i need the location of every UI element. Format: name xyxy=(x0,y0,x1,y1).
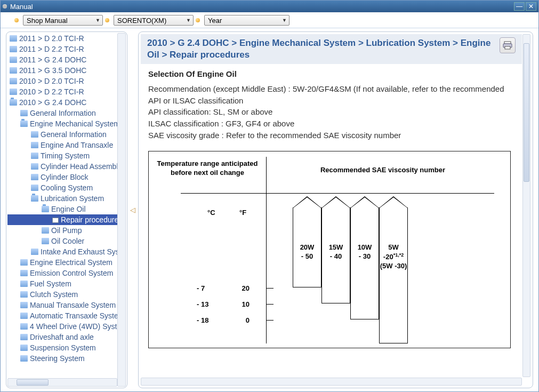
tree-item[interactable]: Oil Pump xyxy=(7,225,126,236)
content-pane: 2010 > G 2.4 DOHC > Engine Mechanical Sy… xyxy=(138,31,533,388)
document-icon xyxy=(52,218,59,223)
splitter[interactable]: ◁ xyxy=(127,31,138,388)
print-button[interactable] xyxy=(500,37,516,53)
tree-item[interactable]: Emission Control System xyxy=(7,268,126,278)
section-heading: Selection Of Engine Oil xyxy=(148,68,514,80)
tree-item[interactable]: 2011 > G 3.5 DOHC xyxy=(7,65,126,76)
tree-item[interactable]: Engine And Transaxle xyxy=(7,140,126,150)
tree-item[interactable]: Automatic Transaxle System xyxy=(7,310,126,321)
body-text: API classification: SL, SM or above xyxy=(148,106,514,118)
content-horizontal-scrollbar[interactable] xyxy=(141,378,522,386)
tree-item[interactable]: Cylinder Block xyxy=(7,172,126,182)
tree-horizontal-scrollbar[interactable] xyxy=(7,378,117,387)
breadcrumb-text: 2010 > G 2.4 DOHC > Engine Mechanical Sy… xyxy=(147,37,495,61)
tick-c: - 7 xyxy=(197,284,205,294)
bullet-icon xyxy=(196,18,200,22)
diagram-left-header: Temperature range anticipated before nex… xyxy=(154,159,261,178)
diagram-hrule xyxy=(181,193,494,194)
toolbar: Shop Manual▼ SORENTO(XM)▼ Year▼ xyxy=(1,12,538,28)
title-bar: Manual — ✕ xyxy=(1,1,538,12)
tick-f: 10 xyxy=(237,300,250,310)
tick-mark xyxy=(266,320,273,321)
tree-item[interactable]: 2011 > G 2.4 DOHC xyxy=(7,54,126,65)
collapse-handle-icon[interactable]: ◁ xyxy=(131,202,135,218)
tree-item[interactable]: General Information xyxy=(7,108,126,118)
tree-item[interactable]: Engine Electrical System xyxy=(7,257,126,268)
tick-c: - 13 xyxy=(197,300,208,310)
app-icon xyxy=(3,4,7,9)
tree-item[interactable]: 2011 > D 2.2 TCI-R xyxy=(7,44,126,54)
breadcrumb: 2010 > G 2.4 DOHC > Engine Mechanical Sy… xyxy=(141,34,522,64)
svg-rect-0 xyxy=(504,42,511,44)
manual-type-combo[interactable]: Shop Manual▼ xyxy=(23,15,103,26)
tree-item[interactable]: 4 Wheel Drive (4WD) System xyxy=(7,321,126,332)
close-button[interactable]: ✕ xyxy=(526,2,536,11)
tick-f: 20 xyxy=(237,284,250,294)
diagram-vrule xyxy=(266,157,267,343)
tree-vertical-scrollbar[interactable] xyxy=(117,33,126,387)
tree-item[interactable]: General Information xyxy=(7,129,126,140)
navigation-tree: 2011 > D 2.0 TCI-R 2011 > D 2.2 TCI-R 20… xyxy=(6,31,127,388)
body-text: SAE viscosity grade : Refer to the recom… xyxy=(148,130,514,141)
tree-item[interactable]: 2010 > G 2.4 DOHC xyxy=(7,97,126,108)
tree-item[interactable]: Oil Cooler xyxy=(7,236,126,246)
tree-item[interactable]: Suspension System xyxy=(7,342,126,353)
tree-item[interactable]: Fuel System xyxy=(7,278,126,289)
oil-grade-20w50: 20W- 50 xyxy=(293,207,321,287)
body-text: Recommendation (except Middle East) : 5W… xyxy=(148,83,514,107)
unit-celsius: °C xyxy=(207,208,215,218)
oil-grade-5w20: 5W-20*1,*2(5W -30) xyxy=(379,207,408,343)
unit-fahrenheit: °F xyxy=(239,208,246,218)
tick-mark xyxy=(266,288,273,289)
tick-mark xyxy=(266,304,273,305)
minimize-button[interactable]: — xyxy=(514,2,525,11)
oil-grade-15w40: 15W- 40 xyxy=(321,207,350,303)
printer-icon xyxy=(503,41,512,50)
tree-item[interactable]: Cylinder Head Assembly xyxy=(7,161,126,172)
tree-item[interactable]: Clutch System xyxy=(7,289,126,300)
tree-item[interactable]: Manual Transaxle System xyxy=(7,300,126,310)
bullet-icon xyxy=(105,18,109,22)
tree-item[interactable]: 2010 > D 2.0 TCI-R xyxy=(7,76,126,86)
tree-item[interactable]: Cooling System xyxy=(7,182,126,193)
tree-item[interactable]: Engine Oil xyxy=(7,204,126,214)
oil-grade-10w30: 10W- 30 xyxy=(350,207,379,319)
tree-item-selected[interactable]: Repair procedures xyxy=(7,214,126,225)
tree-item[interactable]: 2010 > D 2.2 TCI-R xyxy=(7,86,126,97)
model-combo[interactable]: SORENTO(XM)▼ xyxy=(114,15,194,26)
content-vertical-scrollbar[interactable] xyxy=(522,34,530,377)
svg-rect-2 xyxy=(505,46,510,49)
tick-c: - 18 xyxy=(197,316,208,326)
tree-item[interactable]: Engine Mechanical System xyxy=(7,118,126,129)
tree-item[interactable]: Intake And Exhaust System xyxy=(7,246,126,257)
window-title: Manual xyxy=(10,3,513,11)
tree-item[interactable]: Lubrication System xyxy=(7,193,126,204)
viscosity-diagram: Temperature range anticipated before nex… xyxy=(148,151,511,348)
bullet-icon xyxy=(14,18,19,22)
tree-item[interactable]: Driveshaft and axle xyxy=(7,332,126,342)
tree-item[interactable]: Timing System xyxy=(7,150,126,161)
body-text: ILSAC classification : GF3, GF4 or above xyxy=(148,118,514,130)
document-body: Selection Of Engine Oil Recommendation (… xyxy=(141,64,522,353)
tick-f: 0 xyxy=(237,316,250,326)
tree-item[interactable]: Steering System xyxy=(7,353,126,364)
diagram-right-header: Recommended SAE viscosity number xyxy=(261,159,505,178)
tree-item[interactable]: 2011 > D 2.0 TCI-R xyxy=(7,33,126,44)
year-combo[interactable]: Year▼ xyxy=(204,15,289,26)
